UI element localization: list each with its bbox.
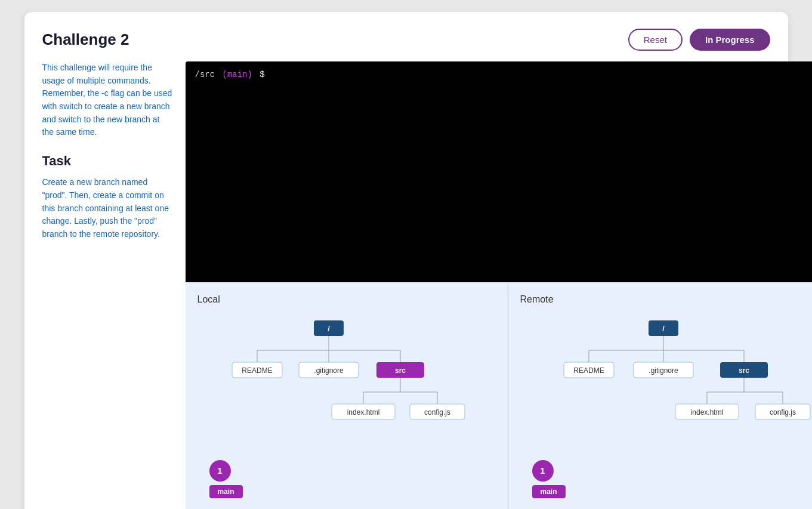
prompt-path: /src [195, 70, 215, 79]
terminal-prompt: /src (main) $ [195, 70, 813, 79]
svg-text:.gitignore: .gitignore [314, 366, 344, 375]
remote-section: Remote / [508, 282, 813, 509]
svg-text:config.js: config.js [424, 408, 450, 417]
header: Challenge 2 Reset In Progress [42, 29, 770, 51]
svg-text:index.html: index.html [347, 408, 379, 417]
svg-text:src: src [738, 366, 749, 375]
task-title: Task [42, 153, 174, 169]
svg-text:README: README [573, 366, 604, 375]
local-label: Local [197, 294, 496, 305]
svg-text:src: src [394, 366, 405, 375]
sidebar: This challenge will require the usage of… [42, 61, 186, 509]
reset-button[interactable]: Reset [628, 29, 683, 51]
svg-text:config.js: config.js [769, 408, 795, 417]
remote-branch-tag: main [532, 485, 566, 498]
svg-text:README: README [242, 366, 272, 375]
challenge-title: Challenge 2 [42, 30, 129, 49]
header-buttons: Reset In Progress [628, 29, 770, 51]
remote-tree-svg: / README .gitig [520, 314, 813, 452]
svg-text:.gitignore: .gitignore [649, 366, 678, 375]
svg-text:/: / [328, 324, 330, 333]
remote-commit-circle: 1 [532, 460, 554, 482]
task-description: Create a new branch named "prod". Then, … [42, 176, 174, 240]
terminal[interactable]: /src (main) $ [186, 61, 813, 282]
right-panel: /src (main) $ Local / [186, 61, 813, 509]
local-tree-svg: / README .gitig [197, 314, 496, 452]
remote-label: Remote [520, 294, 813, 305]
local-commit-circle: 1 [209, 460, 231, 482]
svg-text:/: / [662, 324, 665, 333]
prompt-dollar: $ [255, 70, 265, 79]
local-branch-tag: main [209, 485, 243, 498]
svg-text:index.html: index.html [690, 408, 723, 417]
challenge-card: Challenge 2 Reset In Progress This chall… [24, 12, 788, 509]
sidebar-description: This challenge will require the usage of… [42, 61, 174, 139]
local-section: Local / [186, 282, 508, 509]
main-content: This challenge will require the usage of… [42, 61, 770, 509]
in-progress-button[interactable]: In Progress [690, 29, 770, 51]
repo-panel: Local / [186, 282, 813, 509]
prompt-branch: (main) [217, 70, 252, 79]
